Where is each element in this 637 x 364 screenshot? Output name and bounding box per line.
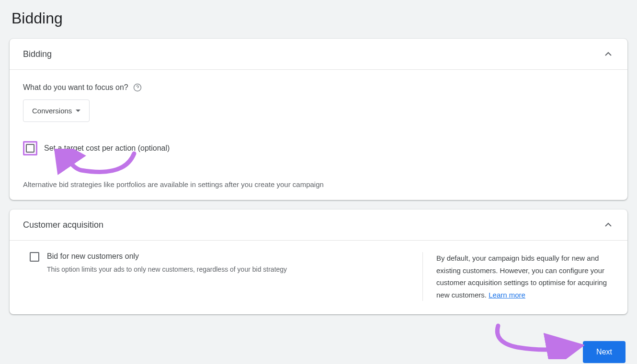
customer-left-panel: Bid for new customers only This option l… bbox=[23, 252, 422, 301]
customer-card-header[interactable]: Customer acquisition bbox=[10, 210, 627, 241]
customer-info-panel: By default, your campaign bids equally f… bbox=[422, 252, 614, 301]
customer-card-title: Customer acquisition bbox=[23, 220, 103, 230]
bidding-card-body: What do you want to focus on? Conversion… bbox=[10, 70, 627, 200]
help-icon[interactable] bbox=[133, 83, 142, 92]
alt-strategies-hint: Alternative bid strategies like portfoli… bbox=[23, 180, 614, 188]
chevron-up-icon bbox=[603, 219, 614, 231]
next-button[interactable]: Next bbox=[583, 341, 626, 363]
focus-question-row: What do you want to focus on? bbox=[23, 83, 614, 92]
next-button-row: Next bbox=[10, 324, 627, 363]
target-cpa-checkbox[interactable] bbox=[23, 141, 37, 155]
chevron-up-icon bbox=[603, 48, 614, 60]
customer-acquisition-card: Customer acquisition Bid for new custome… bbox=[10, 210, 627, 314]
learn-more-link[interactable]: Learn more bbox=[489, 291, 525, 299]
annotation-arrow-icon bbox=[53, 149, 139, 182]
focus-dropdown[interactable]: Conversions bbox=[23, 99, 90, 122]
bid-new-customers-hint: This option limits your ads to only new … bbox=[47, 265, 287, 273]
bid-new-customers-checkbox[interactable] bbox=[30, 252, 39, 262]
target-cpa-label: Set a target cost per action (optional) bbox=[44, 144, 170, 153]
bidding-card: Bidding What do you want to focus on? Co… bbox=[10, 39, 627, 200]
focus-question-label: What do you want to focus on? bbox=[23, 83, 128, 92]
bidding-card-header[interactable]: Bidding bbox=[10, 39, 627, 70]
bid-new-customers-label: Bid for new customers only bbox=[47, 252, 287, 261]
bid-new-customers-row: Bid for new customers only This option l… bbox=[30, 252, 403, 273]
target-cpa-row: Set a target cost per action (optional) bbox=[23, 141, 614, 155]
annotation-arrow-icon bbox=[489, 321, 584, 359]
caret-down-icon bbox=[76, 110, 80, 112]
focus-dropdown-value: Conversions bbox=[32, 107, 72, 115]
page-title: Bidding bbox=[11, 10, 627, 27]
bidding-card-title: Bidding bbox=[23, 49, 52, 59]
customer-card-body: Bid for new customers only This option l… bbox=[10, 241, 627, 314]
